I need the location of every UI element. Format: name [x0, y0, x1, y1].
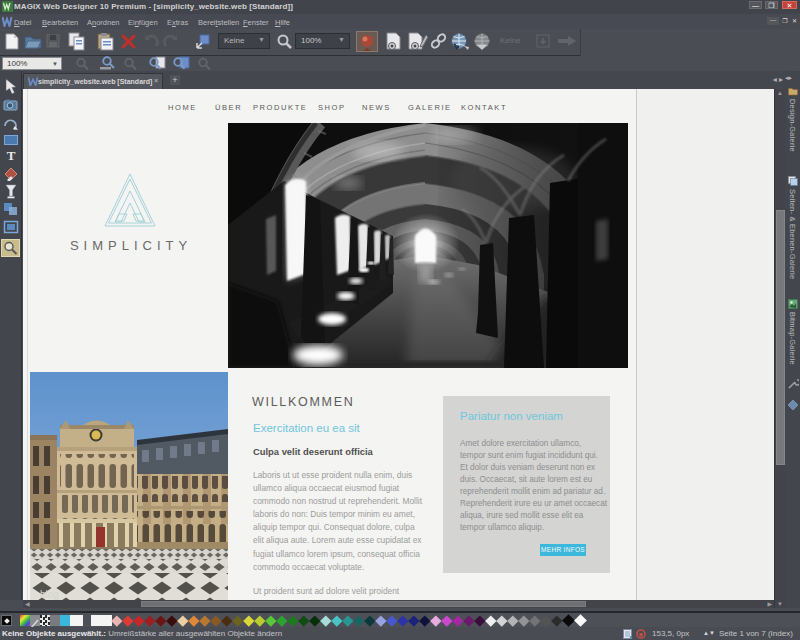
- svg-text:blog: blog: [40, 589, 59, 600]
